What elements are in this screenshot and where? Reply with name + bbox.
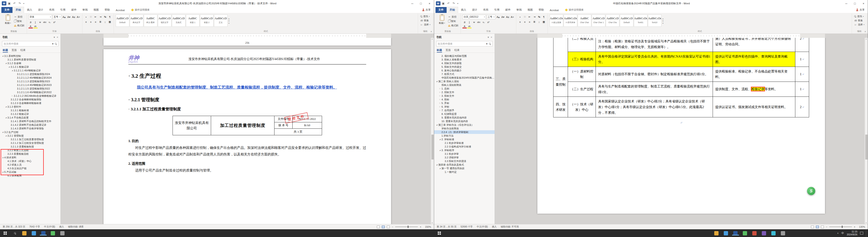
style-chip[interactable]: AaBbCcDd A-四号宋体 xyxy=(564,14,577,27)
expand-arrow-icon[interactable]: ◢ xyxy=(439,148,442,152)
nav-options-icon[interactable]: ▾ xyxy=(488,36,489,39)
font-format-button[interactable]: x² xyxy=(486,20,491,24)
nav-heading-item[interactable]: ◢ 3.1.3 密封件 xyxy=(0,105,60,109)
style-chip[interactable]: AaBbCcD Char Cha xyxy=(606,14,619,27)
nav-close-icon[interactable]: × xyxy=(491,36,492,38)
tab-design[interactable]: 设计 xyxy=(469,7,480,13)
style-chip[interactable]: AaBbCcD 表内文字 xyxy=(130,14,143,27)
nav-search-input[interactable] xyxy=(438,42,485,45)
horizontal-ruler[interactable] xyxy=(495,34,868,38)
nav-heading-item[interactable]: ▷ 4. 投标 xyxy=(434,98,495,101)
gallery-more-icon[interactable]: ▼ xyxy=(662,23,664,24)
tell-me-search[interactable]: 操作说明搜索 xyxy=(565,8,584,13)
vertical-scrollbar[interactable] xyxy=(431,38,434,224)
expand-arrow-icon[interactable]: ◢ xyxy=(435,163,438,167)
expand-arrow-icon[interactable]: ◢ xyxy=(4,116,7,119)
expand-arrow-icon[interactable]: ◢ xyxy=(8,65,11,69)
gallery-up-icon[interactable]: ▲ xyxy=(228,18,230,20)
nav-heading-item[interactable]: 6. 发布公告的媒介 xyxy=(434,69,495,72)
nav-heading-item[interactable]: ▷ 6. 评标 xyxy=(434,105,495,109)
nav-heading-item[interactable]: 3.1.4.1 原材料不合格品控制程序文件 xyxy=(0,119,60,123)
font-format-button[interactable]: B xyxy=(29,20,33,24)
zoom-percentage[interactable]: 130% xyxy=(857,226,865,228)
share-button[interactable]: 共享 xyxy=(422,8,431,13)
nav-heading-item[interactable]: ◢ 3.1 原材料控制 xyxy=(0,54,60,58)
gallery-more-icon[interactable]: ▼ xyxy=(228,23,230,24)
web-layout-icon[interactable] xyxy=(821,226,824,228)
ime-indicator[interactable]: 中 xyxy=(841,231,844,235)
redo-icon[interactable]: ↷ xyxy=(452,1,456,6)
copy-button[interactable]: 复制 xyxy=(447,19,459,23)
paragraph-align-button[interactable]: ≡ xyxy=(89,20,93,24)
nav-heading-item[interactable]: 3.1.2.1.1.5 进货检验报告2022 xyxy=(0,87,60,90)
zoom-out-button[interactable]: − xyxy=(826,226,827,228)
taskbar-app-icon[interactable] xyxy=(721,231,731,235)
nav-heading-item[interactable]: 3.1 初步评审 xyxy=(434,152,495,156)
save-icon[interactable]: ▣ xyxy=(7,1,11,6)
tab-insert[interactable]: 插入 xyxy=(24,7,35,13)
nav-heading-item[interactable]: 7. 联系方式 xyxy=(434,72,495,76)
change-case-button[interactable]: Aa xyxy=(71,15,76,19)
style-chip[interactable]: AaBbCcDd font01 xyxy=(634,14,647,27)
taskbar-app-icon[interactable] xyxy=(29,231,38,235)
search-icon[interactable] xyxy=(489,43,491,45)
expand-arrow-icon[interactable]: ▷ xyxy=(439,94,442,98)
paragraph-align-button[interactable]: ≣ xyxy=(98,20,102,24)
nav-heading-item[interactable]: 9. 需要补充的其他内容 xyxy=(434,116,495,119)
paragraph-align-button[interactable]: ≡ xyxy=(84,20,88,24)
nav-tab-results[interactable]: 结果 xyxy=(20,49,26,53)
nav-tab-pages[interactable]: 页面 xyxy=(11,49,17,53)
nav-close-icon[interactable]: × xyxy=(57,36,58,38)
read-mode-icon[interactable] xyxy=(811,226,814,228)
font-format-button[interactable]: abc xyxy=(477,20,481,24)
document-canvas[interactable]: （二）检验人员 测）人员数量≥5人得2分；2人≤检验（检测）人员数量＜5人得1分… xyxy=(495,38,868,224)
tab-acrobat[interactable]: Acrobat xyxy=(547,8,562,13)
paragraph-align-button[interactable]: ↕ xyxy=(537,20,541,24)
paragraph-format-button[interactable]: ⇥ xyxy=(98,15,102,19)
change-case-button[interactable]: Aa xyxy=(505,15,510,19)
expand-arrow-icon[interactable]: ◢ xyxy=(4,105,7,109)
style-chip[interactable]: AaBbCcD Default xyxy=(620,14,633,27)
nav-heading-item[interactable]: 2.1 初步评审标准 xyxy=(434,141,495,145)
status-item[interactable]: 插入 xyxy=(492,225,497,228)
paragraph-align-button[interactable]: ▦ xyxy=(108,20,112,24)
nav-heading-item[interactable]: 4.2 研发人员 xyxy=(0,163,60,167)
nav-heading-item[interactable]: ▷ 7. 合同授予 xyxy=(434,109,495,112)
nav-options-icon[interactable]: ▾ xyxy=(54,36,55,39)
gallery-down-icon[interactable]: ▼ xyxy=(228,20,230,22)
format-painter-button[interactable]: 格式刷 xyxy=(447,24,459,27)
style-chip[interactable]: AaBbC 标题 1 xyxy=(186,14,199,27)
nav-heading-item[interactable]: 2.2 分值构成与评分标准 xyxy=(434,145,495,148)
zoom-slider-thumb[interactable] xyxy=(408,226,408,228)
close-button[interactable]: × xyxy=(859,0,868,7)
clear-formatting-button[interactable]: A× xyxy=(510,15,515,19)
nav-heading-item[interactable]: 3.2.1.2 加工过程安全管理制度 xyxy=(0,141,60,145)
nav-heading-item[interactable]: ◢ 第三章 评标办法（综合评估法） xyxy=(434,123,495,127)
cut-button[interactable]: ✂剪切 xyxy=(13,15,25,19)
tab-file[interactable]: 文件 xyxy=(435,7,446,13)
paragraph-format-button[interactable]: ∷ xyxy=(89,15,93,19)
style-chip[interactable]: AaBbCcDd A-默认段落 xyxy=(550,14,563,27)
minimize-button[interactable]: ─ xyxy=(842,0,850,7)
nav-heading-item[interactable]: ◢ 3. 评标程序 xyxy=(434,148,495,152)
scrollbar-thumb[interactable] xyxy=(431,135,434,159)
nav-heading-item[interactable]: 4.1 技术（研发）中心 xyxy=(0,159,60,163)
undo-icon[interactable]: ↶ xyxy=(446,1,451,6)
nav-heading-item[interactable]: 投标人须知前附表 xyxy=(434,83,495,87)
tab-references[interactable]: 引用 xyxy=(57,7,68,13)
nav-heading-item[interactable]: 3.1.4.2 原材料不合格品处置记录 xyxy=(0,123,60,127)
taskbar-app-icon[interactable] xyxy=(712,231,721,235)
font-format-button[interactable]: abc xyxy=(43,20,47,24)
grow-font-button[interactable]: A▴ xyxy=(496,15,500,19)
save-icon[interactable]: ▣ xyxy=(441,1,446,6)
taskbar-app-icon[interactable] xyxy=(48,231,58,235)
nav-heading-item[interactable]: ▷ 1. 总则 xyxy=(434,87,495,90)
find-button[interactable]: 查找▾ xyxy=(420,14,431,18)
expand-arrow-icon[interactable]: ◢ xyxy=(439,138,442,141)
maximize-button[interactable]: □ xyxy=(850,0,859,7)
paragraph-format-button[interactable]: ⇤ xyxy=(94,15,98,19)
taskbar-clock[interactable]: 11:15 2024/9/26 xyxy=(847,230,857,236)
paragraph-format-button[interactable]: • xyxy=(84,15,88,19)
tab-mailings[interactable]: 邮件 xyxy=(502,7,514,13)
nav-heading-item[interactable]: 3.1.2.1.1.2 45#钢检验记录2024 xyxy=(0,76,60,80)
